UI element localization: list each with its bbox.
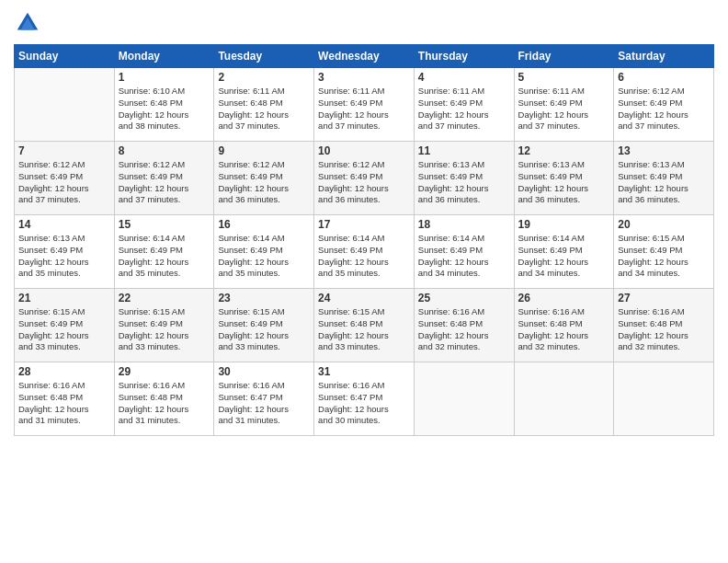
cell-date: 7 [18, 144, 110, 157]
cell-date: 19 [518, 218, 610, 231]
cell-info: Sunrise: 6:14 AMSunset: 6:49 PMDaylight:… [418, 233, 510, 280]
cell-info: Sunrise: 6:15 AMSunset: 6:49 PMDaylight:… [618, 233, 710, 280]
cell-info: Sunrise: 6:11 AMSunset: 6:49 PMDaylight:… [318, 86, 410, 132]
calendar-week-0: 1Sunrise: 6:10 AMSunset: 6:48 PMDaylight… [15, 68, 714, 142]
table-row: 2Sunrise: 6:11 AMSunset: 6:48 PMDaylight… [214, 68, 314, 142]
table-row [614, 362, 714, 436]
col-sunday: Sunday [15, 45, 115, 68]
cell-date: 5 [518, 71, 610, 84]
cell-date: 26 [518, 292, 610, 304]
table-row: 28Sunrise: 6:16 AMSunset: 6:48 PMDayligh… [15, 362, 115, 436]
table-row: 12Sunrise: 6:13 AMSunset: 6:49 PMDayligh… [514, 142, 614, 215]
table-row: 24Sunrise: 6:15 AMSunset: 6:48 PMDayligh… [314, 289, 415, 362]
cell-info: Sunrise: 6:12 AMSunset: 6:49 PMDaylight:… [18, 159, 110, 206]
header [14, 9, 714, 37]
col-saturday: Saturday [614, 45, 714, 68]
cell-date: 28 [18, 365, 110, 378]
table-row: 17Sunrise: 6:14 AMSunset: 6:49 PMDayligh… [314, 215, 415, 289]
calendar-week-2: 14Sunrise: 6:13 AMSunset: 6:49 PMDayligh… [15, 215, 714, 289]
cell-date: 2 [218, 71, 310, 84]
table-row: 18Sunrise: 6:14 AMSunset: 6:49 PMDayligh… [414, 215, 514, 289]
cell-date: 20 [618, 218, 710, 231]
cell-date: 6 [618, 71, 710, 84]
cell-date: 10 [318, 144, 410, 157]
table-row: 19Sunrise: 6:14 AMSunset: 6:49 PMDayligh… [514, 215, 614, 289]
cell-info: Sunrise: 6:16 AMSunset: 6:48 PMDaylight:… [119, 380, 210, 427]
header-row: Sunday Monday Tuesday Wednesday Thursday… [15, 45, 714, 68]
cell-date: 24 [318, 292, 410, 304]
cell-info: Sunrise: 6:11 AMSunset: 6:48 PMDaylight:… [218, 86, 310, 132]
cell-date: 25 [418, 292, 510, 304]
cell-date: 21 [18, 292, 110, 304]
logo-icon [14, 9, 41, 37]
table-row: 31Sunrise: 6:16 AMSunset: 6:47 PMDayligh… [314, 362, 415, 436]
cell-info: Sunrise: 6:16 AMSunset: 6:48 PMDaylight:… [518, 306, 610, 353]
cell-info: Sunrise: 6:12 AMSunset: 6:49 PMDaylight:… [119, 159, 210, 206]
calendar-table: Sunday Monday Tuesday Wednesday Thursday… [14, 44, 714, 436]
table-row [15, 68, 115, 142]
cell-date: 17 [318, 218, 410, 231]
cell-date: 23 [218, 292, 310, 304]
cell-date: 16 [218, 218, 310, 231]
table-row: 7Sunrise: 6:12 AMSunset: 6:49 PMDaylight… [15, 142, 115, 215]
calendar-week-3: 21Sunrise: 6:15 AMSunset: 6:49 PMDayligh… [15, 289, 714, 362]
cell-info: Sunrise: 6:15 AMSunset: 6:48 PMDaylight:… [318, 306, 410, 353]
table-row: 11Sunrise: 6:13 AMSunset: 6:49 PMDayligh… [414, 142, 514, 215]
table-row: 4Sunrise: 6:11 AMSunset: 6:49 PMDaylight… [414, 68, 514, 142]
cell-info: Sunrise: 6:13 AMSunset: 6:49 PMDaylight:… [18, 233, 110, 280]
cell-info: Sunrise: 6:15 AMSunset: 6:49 PMDaylight:… [119, 306, 210, 353]
table-row: 10Sunrise: 6:12 AMSunset: 6:49 PMDayligh… [314, 142, 415, 215]
cell-info: Sunrise: 6:15 AMSunset: 6:49 PMDaylight:… [218, 306, 310, 353]
table-row: 1Sunrise: 6:10 AMSunset: 6:48 PMDaylight… [114, 68, 214, 142]
table-row: 8Sunrise: 6:12 AMSunset: 6:49 PMDaylight… [114, 142, 214, 215]
cell-date: 14 [18, 218, 110, 231]
table-row: 23Sunrise: 6:15 AMSunset: 6:49 PMDayligh… [214, 289, 314, 362]
cell-date: 30 [218, 365, 310, 378]
cell-info: Sunrise: 6:16 AMSunset: 6:47 PMDaylight:… [318, 380, 410, 427]
cell-info: Sunrise: 6:14 AMSunset: 6:49 PMDaylight:… [518, 233, 610, 280]
table-row: 13Sunrise: 6:13 AMSunset: 6:49 PMDayligh… [614, 142, 714, 215]
cell-date: 29 [119, 365, 210, 378]
table-row: 20Sunrise: 6:15 AMSunset: 6:49 PMDayligh… [614, 215, 714, 289]
table-row [514, 362, 614, 436]
cell-info: Sunrise: 6:11 AMSunset: 6:49 PMDaylight:… [418, 86, 510, 132]
cell-info: Sunrise: 6:11 AMSunset: 6:49 PMDaylight:… [518, 86, 610, 132]
cell-date: 3 [318, 71, 410, 84]
table-row: 3Sunrise: 6:11 AMSunset: 6:49 PMDaylight… [314, 68, 415, 142]
page: Sunday Monday Tuesday Wednesday Thursday… [0, 0, 728, 563]
cell-info: Sunrise: 6:10 AMSunset: 6:48 PMDaylight:… [119, 86, 210, 132]
table-row: 5Sunrise: 6:11 AMSunset: 6:49 PMDaylight… [514, 68, 614, 142]
col-tuesday: Tuesday [214, 45, 314, 68]
calendar-week-4: 28Sunrise: 6:16 AMSunset: 6:48 PMDayligh… [15, 362, 714, 436]
logo [14, 9, 43, 37]
cell-date: 22 [119, 292, 210, 304]
cell-date: 9 [218, 144, 310, 157]
cell-date: 11 [418, 144, 510, 157]
cell-info: Sunrise: 6:16 AMSunset: 6:48 PMDaylight:… [18, 380, 110, 427]
table-row: 21Sunrise: 6:15 AMSunset: 6:49 PMDayligh… [15, 289, 115, 362]
col-thursday: Thursday [414, 45, 514, 68]
cell-info: Sunrise: 6:12 AMSunset: 6:49 PMDaylight:… [318, 159, 410, 206]
cell-date: 31 [318, 365, 410, 378]
table-row: 25Sunrise: 6:16 AMSunset: 6:48 PMDayligh… [414, 289, 514, 362]
table-row: 14Sunrise: 6:13 AMSunset: 6:49 PMDayligh… [15, 215, 115, 289]
table-row: 6Sunrise: 6:12 AMSunset: 6:49 PMDaylight… [614, 68, 714, 142]
cell-date: 12 [518, 144, 610, 157]
calendar-week-1: 7Sunrise: 6:12 AMSunset: 6:49 PMDaylight… [15, 142, 714, 215]
table-row: 22Sunrise: 6:15 AMSunset: 6:49 PMDayligh… [114, 289, 214, 362]
cell-date: 13 [618, 144, 710, 157]
cell-info: Sunrise: 6:12 AMSunset: 6:49 PMDaylight:… [218, 159, 310, 206]
col-monday: Monday [114, 45, 214, 68]
cell-date: 8 [119, 144, 210, 157]
table-row: 9Sunrise: 6:12 AMSunset: 6:49 PMDaylight… [214, 142, 314, 215]
cell-info: Sunrise: 6:16 AMSunset: 6:48 PMDaylight:… [618, 306, 710, 353]
table-row: 26Sunrise: 6:16 AMSunset: 6:48 PMDayligh… [514, 289, 614, 362]
cell-date: 1 [119, 71, 210, 84]
cell-date: 15 [119, 218, 210, 231]
cell-info: Sunrise: 6:12 AMSunset: 6:49 PMDaylight:… [618, 86, 710, 132]
cell-info: Sunrise: 6:15 AMSunset: 6:49 PMDaylight:… [18, 306, 110, 353]
cell-date: 27 [618, 292, 710, 304]
table-row: 30Sunrise: 6:16 AMSunset: 6:47 PMDayligh… [214, 362, 314, 436]
table-row: 16Sunrise: 6:14 AMSunset: 6:49 PMDayligh… [214, 215, 314, 289]
cell-info: Sunrise: 6:14 AMSunset: 6:49 PMDaylight:… [119, 233, 210, 280]
